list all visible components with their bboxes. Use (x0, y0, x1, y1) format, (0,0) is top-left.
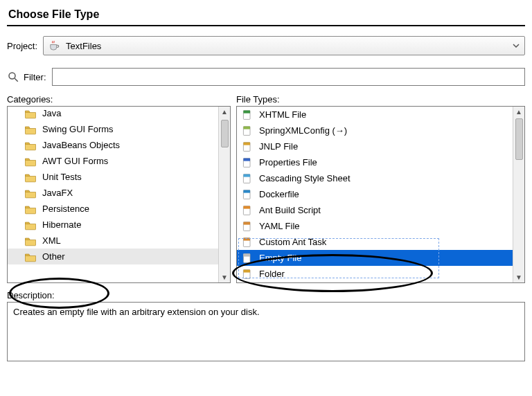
category-label: JavaFX (42, 188, 73, 198)
dialog-title: Choose File Type (7, 6, 525, 26)
folder-icon (24, 140, 42, 151)
svg-rect-3 (243, 110, 250, 113)
filetype-label: XHTML File (259, 109, 306, 120)
category-item[interactable]: XML (8, 233, 218, 249)
categories-label: Categories: (7, 94, 231, 105)
filter-label: Filter: (24, 72, 46, 82)
file-icon (241, 188, 254, 201)
category-label: Java (42, 108, 61, 118)
scroll-down-icon[interactable]: ▼ (221, 272, 228, 282)
folder-icon (24, 219, 42, 231)
file-icon (241, 156, 254, 169)
svg-rect-23 (243, 269, 250, 272)
filetype-item[interactable]: Properties File (237, 154, 513, 170)
category-item[interactable]: Unit Tests (8, 169, 218, 185)
chevron-down-icon (512, 42, 520, 50)
category-item[interactable]: JavaFX (8, 185, 218, 201)
svg-rect-15 (243, 206, 250, 208)
folder-icon (24, 156, 42, 167)
category-label: Hibernate (42, 219, 81, 230)
scrollbar[interactable]: ▲ ▼ (218, 107, 230, 282)
folder-icon (24, 204, 42, 215)
filter-input[interactable] (52, 68, 526, 86)
category-label: Persistence (42, 204, 89, 214)
scroll-thumb[interactable] (515, 118, 523, 160)
category-item[interactable]: Java (8, 107, 218, 121)
svg-rect-11 (243, 174, 250, 177)
category-label: XML (42, 235, 61, 246)
file-icon (241, 252, 254, 264)
filetype-item[interactable]: Folder (237, 266, 513, 282)
filetype-item[interactable]: JNLP File (237, 138, 513, 154)
category-item[interactable]: AWT GUI Forms (8, 153, 218, 169)
filetype-label: Dockerfile (259, 189, 299, 199)
folder-icon (24, 172, 42, 183)
file-icon (241, 220, 254, 233)
project-name: TextFiles (66, 41, 101, 51)
filetype-label: Folder (259, 269, 285, 279)
filetype-item[interactable]: Dockerfile (237, 186, 513, 202)
scrollbar[interactable]: ▲ ▼ (513, 107, 524, 282)
svg-rect-7 (243, 142, 250, 145)
filetypes-list[interactable]: XHTML FileSpringXMLConfig (→)JNLP FilePr… (236, 106, 525, 283)
file-icon (241, 204, 254, 217)
filetype-label: JNLP File (259, 141, 298, 152)
filetype-item[interactable]: SpringXMLConfig (→) (237, 123, 513, 138)
filetype-label: Cascading Style Sheet (259, 173, 351, 183)
svg-rect-9 (243, 158, 250, 161)
svg-line-1 (15, 78, 18, 82)
file-icon (241, 109, 254, 121)
category-label: Swing GUI Forms (42, 124, 114, 134)
folder-icon (24, 235, 42, 246)
project-label: Project: (7, 41, 37, 51)
category-item[interactable]: Persistence (8, 201, 218, 217)
filetype-item[interactable]: YAML File (237, 218, 513, 234)
svg-rect-5 (243, 126, 250, 129)
category-label: JavaBeans Objects (42, 140, 120, 150)
category-item[interactable]: Hibernate (8, 217, 218, 233)
svg-point-0 (9, 73, 15, 79)
category-label: Unit Tests (42, 172, 82, 182)
filetype-label: Ant Build Script (259, 205, 321, 215)
filetype-label: YAML File (259, 221, 300, 231)
filetype-label: Properties File (259, 157, 317, 168)
java-cup-icon (48, 39, 60, 52)
folder-icon (24, 124, 42, 135)
filetype-label: Custom Ant Task (259, 237, 326, 247)
filetype-item[interactable]: Cascading Style Sheet (237, 170, 513, 186)
categories-list[interactable]: JavaSwing GUI FormsJavaBeans ObjectsAWT … (7, 106, 231, 283)
file-icon (241, 236, 254, 249)
file-icon (241, 172, 254, 185)
scroll-thumb[interactable] (221, 120, 229, 147)
project-dropdown[interactable]: TextFiles (43, 36, 525, 55)
filetype-label: SpringXMLConfig (→) (259, 125, 347, 136)
svg-rect-13 (243, 190, 250, 192)
category-label: Other (42, 251, 65, 262)
scroll-up-icon[interactable]: ▲ (221, 107, 228, 117)
category-item-other[interactable]: Other (8, 249, 218, 264)
svg-rect-19 (243, 237, 250, 240)
svg-rect-17 (243, 222, 250, 224)
search-icon (7, 71, 24, 83)
description-label: Description: (7, 290, 525, 300)
filetype-item[interactable]: XHTML File (237, 107, 513, 123)
scroll-down-icon[interactable]: ▼ (515, 272, 522, 282)
scroll-up-icon[interactable]: ▲ (515, 107, 522, 117)
description-box: Creates an empty file with an arbitrary … (7, 302, 525, 361)
folder-icon (24, 188, 42, 199)
filetype-item[interactable]: Custom Ant Task (237, 234, 513, 250)
category-item[interactable]: JavaBeans Objects (8, 137, 218, 153)
folder-icon (24, 108, 42, 119)
filetypes-label: File Types: (236, 94, 525, 105)
filetype-item[interactable]: Ant Build Script (237, 202, 513, 218)
file-icon (241, 141, 254, 153)
category-label: AWT GUI Forms (42, 156, 108, 166)
svg-rect-21 (243, 253, 250, 256)
description-text: Creates an empty file with an arbitrary … (13, 307, 260, 317)
filetype-item-empty-file[interactable]: Empty File (237, 250, 513, 266)
file-icon (241, 268, 254, 280)
filetype-label: Empty File (259, 253, 301, 263)
category-item[interactable]: Swing GUI Forms (8, 121, 218, 137)
file-icon (241, 125, 254, 137)
folder-icon (24, 251, 42, 262)
